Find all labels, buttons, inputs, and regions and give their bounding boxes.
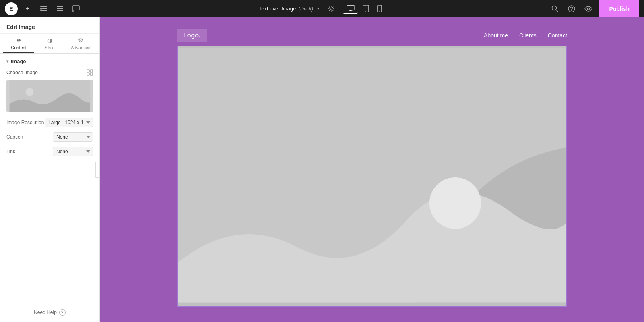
sidebar: Edit Image ✏ Content ◑ Style ⚙ Advanced … — [0, 17, 100, 322]
sidebar-header: Edit Image — [0, 17, 99, 34]
tab-content-label: Content — [11, 45, 27, 50]
preview-button[interactable] — [582, 3, 594, 15]
svg-rect-19 — [87, 73, 89, 75]
link-select[interactable]: None — [53, 147, 93, 156]
image-preview[interactable] — [6, 80, 93, 112]
canvas-outer: Logo. About me Clients Contact — [169, 25, 575, 307]
section-title-image[interactable]: ▾ Image — [6, 58, 93, 64]
main-layout: Edit Image ✏ Content ◑ Style ⚙ Advanced … — [0, 17, 644, 322]
chat-button[interactable] — [70, 3, 82, 15]
need-help-area[interactable]: Need Help ? — [0, 303, 99, 322]
page-title-area[interactable]: Text over Image (Draft) ▾ — [259, 6, 319, 12]
caption-row: Caption None — [6, 132, 93, 142]
choose-image-label: Choose Image — [6, 70, 38, 75]
canvas-logo: Logo. — [177, 29, 207, 42]
svg-point-16 — [588, 8, 590, 10]
link-row: Link None — [6, 147, 93, 156]
canvas-nav-links: About me Clients Contact — [484, 32, 567, 39]
desktop-device-button[interactable] — [343, 3, 358, 14]
help-icon: ? — [59, 309, 66, 316]
choose-image-icon-button[interactable] — [87, 69, 93, 76]
advanced-tab-icon: ⚙ — [78, 37, 83, 44]
style-tab-icon: ◑ — [47, 37, 52, 44]
caption-label: Caption — [6, 134, 23, 140]
chevron-down-icon: ▾ — [317, 6, 319, 11]
publish-button[interactable]: Publish — [599, 0, 639, 17]
svg-rect-2 — [40, 10, 47, 11]
nav-link-contact[interactable]: Contact — [548, 32, 567, 39]
sidebar-tabs: ✏ Content ◑ Style ⚙ Advanced — [0, 34, 99, 54]
tab-advanced-label: Advanced — [71, 45, 91, 50]
svg-point-15 — [572, 10, 572, 11]
help-button[interactable] — [566, 3, 578, 15]
page-title: Text over Image — [259, 6, 296, 12]
svg-rect-0 — [40, 6, 47, 7]
need-help-label: Need Help — [34, 310, 57, 315]
svg-point-3 — [40, 8, 42, 10]
logo-button[interactable]: E — [5, 2, 18, 15]
tab-advanced[interactable]: ⚙ Advanced — [65, 34, 96, 53]
choose-image-row: Choose Image — [6, 69, 93, 76]
add-button[interactable]: + — [22, 3, 34, 15]
device-group — [343, 3, 385, 14]
tools-button[interactable] — [38, 3, 50, 15]
svg-point-22 — [26, 88, 34, 96]
svg-rect-4 — [57, 10, 63, 11]
settings-button[interactable] — [326, 3, 337, 15]
topbar: E + Text over Image (Draft) ▾ — [0, 0, 644, 17]
nav-link-about[interactable]: About me — [484, 32, 508, 39]
content-tab-icon: ✏ — [17, 37, 21, 44]
svg-point-13 — [552, 6, 556, 10]
mobile-device-button[interactable] — [374, 3, 385, 14]
svg-rect-6 — [57, 6, 63, 7]
nav-link-clients[interactable]: Clients — [519, 32, 537, 39]
svg-rect-5 — [57, 8, 63, 9]
tab-style-label: Style — [45, 45, 54, 50]
svg-rect-1 — [42, 8, 47, 9]
canvas-image-element[interactable] — [177, 46, 567, 307]
svg-point-24 — [429, 177, 481, 229]
svg-rect-8 — [347, 5, 354, 10]
image-resolution-label: Image Resolution — [6, 120, 44, 125]
svg-rect-20 — [90, 73, 93, 75]
sidebar-collapse-handle[interactable]: ‹ — [95, 162, 100, 178]
canvas-area: Logo. About me Clients Contact — [100, 17, 644, 322]
layers-button[interactable] — [54, 3, 66, 15]
svg-rect-18 — [90, 70, 93, 72]
tab-style[interactable]: ◑ Style — [34, 34, 65, 53]
image-section: ▾ Image Choose Image — [0, 54, 99, 166]
svg-point-14 — [568, 6, 575, 12]
image-resolution-row: Image Resolution Large - 1024 x 1024 — [6, 118, 93, 127]
svg-point-12 — [379, 11, 380, 12]
tab-content[interactable]: ✏ Content — [3, 34, 34, 53]
link-label: Link — [6, 149, 15, 154]
topbar-right: Publish — [549, 0, 639, 17]
tablet-device-button[interactable] — [359, 3, 372, 14]
caption-select[interactable]: None — [53, 132, 93, 142]
collapse-icon: ▾ — [6, 59, 8, 64]
search-button[interactable] — [549, 3, 561, 15]
page-status: (Draft) — [298, 6, 313, 12]
svg-point-10 — [365, 11, 366, 12]
canvas-navbar: Logo. About me Clients Contact — [169, 25, 575, 46]
topbar-center: Text over Image (Draft) ▾ — [259, 3, 385, 15]
svg-rect-17 — [87, 70, 89, 72]
section-title-label: Image — [11, 58, 26, 64]
image-resolution-select[interactable]: Large - 1024 x 1024 — [45, 118, 93, 127]
svg-point-7 — [330, 8, 332, 10]
